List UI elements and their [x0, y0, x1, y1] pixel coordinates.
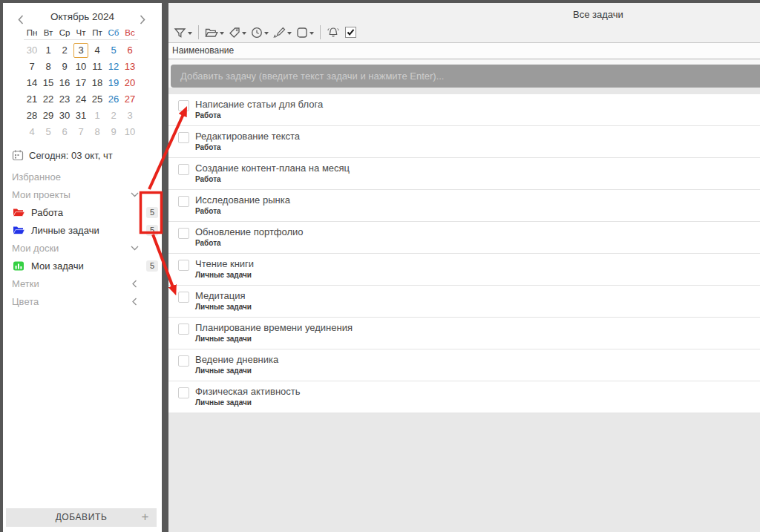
- task-checkbox[interactable]: [178, 100, 189, 111]
- calendar-day-number: 4: [94, 45, 99, 56]
- calendar-day[interactable]: 27: [122, 91, 138, 108]
- task-row[interactable]: Написание статьи для блога Работа: [168, 94, 760, 126]
- chevron-left-icon: [132, 298, 137, 306]
- task-row[interactable]: Создание контент-плана на месяц Работа: [168, 158, 760, 190]
- task-checkbox[interactable]: [178, 196, 189, 207]
- sidebar-item-project-rabota[interactable]: Работа 5: [3, 203, 162, 221]
- sidebar-section-my-projects[interactable]: Мои проекты: [3, 185, 162, 203]
- calendar-day[interactable]: 15: [40, 75, 56, 91]
- task-row[interactable]: Физическая активность Личные задачи: [168, 381, 760, 413]
- caret-down-icon: [242, 32, 246, 35]
- sidebar-item-board-moi-zadachi[interactable]: Мои задачи 5: [3, 257, 162, 275]
- calendar-day[interactable]: 16: [56, 75, 73, 91]
- calendar-day[interactable]: 13: [122, 59, 138, 75]
- sidebar-section-favorites[interactable]: Избранное: [3, 168, 162, 185]
- sidebar-section-tags[interactable]: Метки: [3, 275, 162, 292]
- calendar-day[interactable]: 10: [73, 59, 89, 75]
- sidebar-divider[interactable]: [162, 0, 168, 532]
- task-row[interactable]: Чтение книги Личные задачи: [168, 254, 760, 286]
- calendar-day[interactable]: 26: [105, 91, 122, 108]
- task-checkbox[interactable]: [178, 260, 189, 271]
- calendar-day[interactable]: 20: [122, 75, 138, 91]
- calendar-day[interactable]: 9: [105, 124, 122, 140]
- calendar-day[interactable]: 4: [24, 124, 40, 140]
- task-project-label: Работа: [195, 111, 323, 120]
- task-count-badge: 5: [146, 225, 158, 236]
- task-checkbox[interactable]: [178, 387, 189, 398]
- calendar-day[interactable]: 30: [56, 108, 73, 124]
- calendar-day[interactable]: 19: [105, 75, 122, 91]
- calendar-day[interactable]: 9: [56, 59, 73, 75]
- calendar-day[interactable]: 4: [89, 42, 105, 59]
- calendar-day[interactable]: 17: [73, 75, 89, 91]
- task-checkbox[interactable]: [178, 292, 189, 303]
- calendar-day[interactable]: 25: [89, 91, 105, 108]
- add-project-button[interactable]: ДОБАВИТЬ +: [6, 508, 157, 527]
- calendar-day[interactable]: 1: [40, 42, 56, 59]
- reminder-button[interactable]: [324, 24, 342, 40]
- sidebar-item-project-lichnye-zadachi[interactable]: Личные задачи 5: [3, 221, 162, 239]
- calendar-day[interactable]: 2: [105, 108, 122, 124]
- color-button[interactable]: [271, 25, 294, 40]
- task-checkbox[interactable]: [178, 132, 189, 143]
- calendar-next-month-button[interactable]: [140, 12, 145, 31]
- task-row[interactable]: Медитация Личные задачи: [168, 286, 760, 318]
- task-row[interactable]: Ведение дневника Личные задачи: [168, 349, 760, 381]
- task-checkbox[interactable]: [178, 164, 189, 175]
- header-gap: [168, 59, 760, 65]
- calendar-day[interactable]: 31: [73, 108, 89, 124]
- main-panel: Все задачи: [168, 3, 760, 532]
- calendar-day[interactable]: 2: [56, 42, 73, 59]
- list-top-strip: [168, 88, 760, 94]
- calendar-day[interactable]: 8: [40, 59, 56, 75]
- task-row[interactable]: Планирование времени уединения Личные за…: [168, 318, 760, 349]
- calendar-day-number: 17: [76, 77, 86, 88]
- task-title: Обновление портфолио: [195, 226, 304, 238]
- caret-down-icon: [309, 32, 314, 35]
- schedule-button[interactable]: [249, 25, 271, 40]
- filter-button[interactable]: [171, 25, 194, 40]
- calendar-day[interactable]: 14: [24, 75, 40, 91]
- calendar-day[interactable]: 3: [122, 108, 138, 124]
- task-row[interactable]: Редактирование текста Работа: [168, 126, 760, 158]
- move-to-project-button[interactable]: [203, 25, 226, 39]
- bell-icon: [327, 26, 340, 39]
- task-project-label: Работа: [195, 206, 290, 216]
- sidebar-section-my-boards[interactable]: Мои доски: [3, 239, 162, 257]
- column-header-name[interactable]: Наименование: [168, 43, 760, 59]
- status-button[interactable]: [294, 25, 316, 40]
- calendar-day[interactable]: 29: [40, 108, 56, 124]
- task-checkbox[interactable]: [178, 324, 189, 335]
- calendar-day[interactable]: 7: [73, 124, 89, 140]
- calendar-day-number: 8: [94, 126, 99, 137]
- tag-button[interactable]: [226, 25, 249, 40]
- task-checkbox[interactable]: [178, 355, 189, 367]
- calendar-day[interactable]: 8: [89, 124, 105, 140]
- calendar-day[interactable]: 23: [56, 91, 73, 108]
- calendar-day[interactable]: 6: [122, 42, 138, 59]
- calendar-day[interactable]: 5: [40, 124, 56, 140]
- calendar-day[interactable]: 5: [105, 42, 122, 59]
- calendar-month-label: Октябрь 2024: [50, 11, 114, 22]
- task-checkbox[interactable]: [178, 228, 189, 239]
- task-row[interactable]: Обновление портфолио Работа: [168, 222, 760, 254]
- task-row[interactable]: Исследование рынка Работа: [168, 190, 760, 222]
- calendar-day[interactable]: 3: [73, 42, 89, 59]
- calendar-day[interactable]: 11: [89, 59, 105, 75]
- add-task-input[interactable]: Добавить задачу (введите текст задачи и …: [171, 65, 760, 88]
- calendar-day[interactable]: 24: [73, 91, 89, 108]
- calendar-day[interactable]: 7: [24, 59, 40, 75]
- sidebar-item-today[interactable]: Сегодня: 03 окт, чт: [12, 147, 162, 163]
- calendar-day[interactable]: 18: [89, 75, 105, 91]
- calendar-prev-month-button[interactable]: [18, 12, 24, 31]
- calendar-day[interactable]: 30: [24, 42, 40, 59]
- calendar-day[interactable]: 12: [105, 59, 122, 75]
- calendar-day[interactable]: 22: [40, 91, 56, 108]
- complete-toggle-button[interactable]: [342, 24, 359, 40]
- sidebar-section-colors[interactable]: Цвета: [3, 292, 162, 310]
- calendar-day[interactable]: 1: [89, 108, 105, 124]
- calendar-day[interactable]: 21: [24, 91, 40, 108]
- calendar-day[interactable]: 28: [24, 108, 40, 124]
- calendar-day[interactable]: 10: [122, 124, 138, 140]
- calendar-day[interactable]: 6: [56, 124, 73, 140]
